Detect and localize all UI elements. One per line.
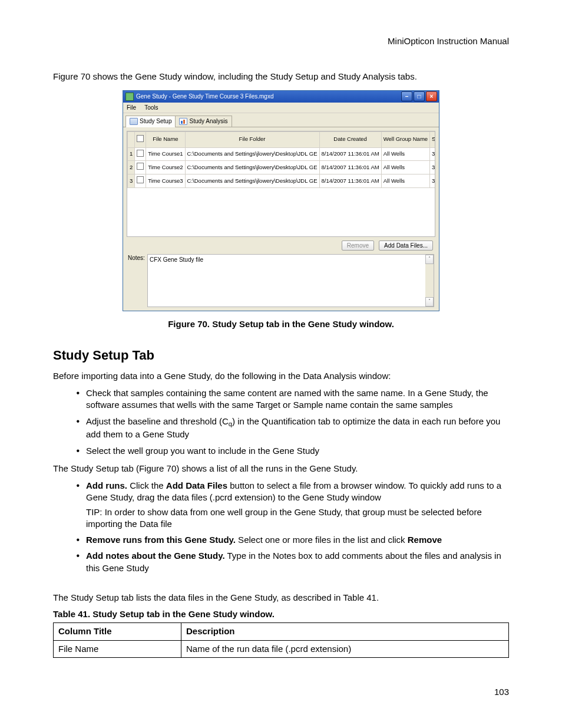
menu-bar: File Tools — [123, 103, 439, 114]
tip-text: TIP: In order to show data from one well… — [86, 506, 509, 531]
col-filename: File Name — [146, 131, 185, 147]
list-item: Add notes about the Gene Study. Type in … — [85, 549, 509, 574]
table-41: Column Title Description File Name Name … — [53, 622, 509, 658]
cell-wellgroup: All Wells — [381, 174, 429, 188]
table-caption: Table 41. Study Setup tab in the Gene St… — [53, 608, 509, 620]
list-item: Check that samples containing the same c… — [85, 387, 509, 411]
maximize-icon[interactable]: □ — [414, 91, 425, 101]
body-text: The Study Setup tab lists the data files… — [53, 592, 509, 604]
table-cell: Name of the run data file (.pcrd extensi… — [181, 640, 509, 657]
cell-date: 8/14/2007 11:36:01 AM — [319, 161, 381, 174]
menu-tools[interactable]: Tools — [144, 104, 158, 112]
grid-icon — [130, 118, 138, 125]
menu-file[interactable]: File — [127, 104, 136, 112]
row-checkbox[interactable] — [135, 161, 146, 174]
cell-filename: Time Course3 — [146, 174, 185, 188]
add-data-files-button[interactable]: Add Data Files... — [379, 241, 433, 251]
row-number: 2 — [128, 161, 135, 174]
col-checkbox[interactable] — [135, 131, 146, 147]
table-row[interactable]: 1 Time Course1 C:\Documents and Settings… — [128, 147, 436, 161]
table-header: Column Title — [54, 623, 181, 640]
cell-date: 8/14/2007 11:36:01 AM — [319, 174, 381, 188]
tab-study-analysis[interactable]: Study Analysis — [175, 116, 232, 127]
table-header: Description — [181, 623, 509, 640]
section-heading: Study Setup Tab — [53, 347, 509, 364]
intro-paragraph: Figure 70 shows the Gene Study window, i… — [53, 71, 509, 83]
cell-wellgroup: All Wells — [381, 161, 429, 174]
tab-study-setup[interactable]: Study Setup — [125, 116, 176, 127]
cell-folder: C:\Documents and Settings\jlowery\Deskto… — [185, 147, 319, 161]
table-cell: File Name — [54, 640, 181, 657]
cell-date: 8/14/2007 11:36:01 AM — [319, 147, 381, 161]
app-icon — [125, 93, 134, 101]
row-checkbox[interactable] — [135, 147, 146, 161]
figure-caption: Figure 70. Study Setup tab in the Gene S… — [53, 318, 509, 330]
close-icon[interactable]: × — [426, 91, 437, 101]
col-folder: File Folder — [185, 131, 319, 147]
notes-input[interactable]: CFX Gene Study file ˄ ˅ — [147, 254, 434, 307]
list-item: Adjust the baseline and threshold (Cq) i… — [85, 415, 509, 441]
row-number: 3 — [128, 174, 135, 188]
bullet-list-1: Check that samples containing the same c… — [53, 387, 509, 457]
cell-filename: Time Course2 — [146, 161, 185, 174]
table-row[interactable]: 2 Time Course2 C:\Documents and Settings… — [128, 161, 436, 174]
scroll-up-icon[interactable]: ˄ — [425, 255, 434, 264]
notes-label: Notes: — [128, 254, 145, 262]
col-date: Date Created — [319, 131, 381, 147]
window-title: Gene Study - Gene Study Time Course 3 Fi… — [136, 93, 273, 101]
cell-wellgroup: All Wells — [381, 147, 429, 161]
figure-70-screenshot: Gene Study - Gene Study Time Course 3 Fi… — [53, 90, 509, 312]
list-item: Select the well group you want to includ… — [85, 444, 509, 457]
window-titlebar: Gene Study - Gene Study Time Course 3 Fi… — [123, 91, 439, 103]
cell-folder: C:\Documents and Settings\jlowery\Deskto… — [185, 161, 319, 174]
col-step: Step — [430, 131, 435, 147]
body-text: Before importing data into a Gene Study,… — [53, 370, 509, 382]
tab-study-setup-label: Study Setup — [140, 117, 171, 126]
page-number: 103 — [53, 686, 509, 698]
minimize-icon[interactable]: – — [401, 91, 412, 101]
list-item: Remove runs from this Gene Study. Select… — [85, 533, 509, 546]
col-blank — [128, 131, 135, 147]
cell-step: 3 — [430, 174, 435, 188]
remove-button[interactable]: Remove — [342, 241, 374, 251]
cell-step: 3 — [430, 147, 435, 161]
body-text: The Study Setup tab (Figure 70) shows a … — [53, 463, 509, 475]
table-row[interactable]: 3 Time Course3 C:\Documents and Settings… — [128, 174, 436, 188]
col-wellgroup: Well Group Name — [381, 131, 429, 147]
data-files-table: File Name File Folder Date Created Well … — [127, 131, 435, 188]
scroll-down-icon[interactable]: ˅ — [425, 297, 434, 307]
cell-step: 3 — [430, 161, 435, 174]
running-header: MiniOpticon Instruction Manual — [53, 35, 509, 47]
row-checkbox[interactable] — [135, 174, 146, 188]
row-number: 1 — [128, 147, 135, 161]
bar-chart-icon — [179, 118, 187, 125]
bullet-list-2: Add runs. Click the Add Data Files butto… — [53, 479, 509, 574]
list-item: Add runs. Click the Add Data Files butto… — [85, 479, 509, 530]
cell-filename: Time Course1 — [146, 147, 185, 161]
notes-text: CFX Gene Study file — [150, 256, 203, 263]
scrollbar[interactable]: ˄ ˅ — [425, 255, 434, 307]
tab-study-analysis-label: Study Analysis — [189, 117, 227, 126]
cell-folder: C:\Documents and Settings\jlowery\Deskto… — [185, 174, 319, 188]
